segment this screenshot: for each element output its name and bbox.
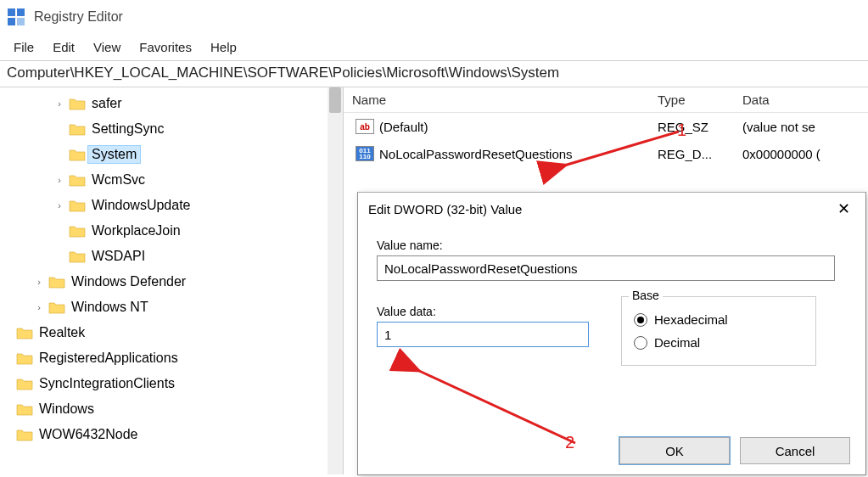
tree-item[interactable]: ›WcmSvc <box>0 167 343 193</box>
window-title: Registry Editor <box>34 9 123 25</box>
folder-icon <box>69 250 86 263</box>
menu-edit[interactable]: Edit <box>44 38 83 56</box>
tree-item[interactable]: ›Windows Defender <box>0 269 343 295</box>
tree-item-label: Windows NT <box>68 299 152 316</box>
tree-item-label: Windows Defender <box>68 273 189 290</box>
value-type: REG_SZ <box>658 120 742 134</box>
tree-item-label: WorkplaceJoin <box>88 222 184 239</box>
col-data[interactable]: Data <box>742 93 868 107</box>
folder-icon <box>69 122 86 136</box>
expand-toggle-icon[interactable]: › <box>32 302 46 312</box>
ok-button[interactable]: OK <box>619 437 730 464</box>
value-name: (Default) <box>379 120 428 134</box>
dialog-title-bar[interactable]: Edit DWORD (32-bit) Value ✕ <box>358 193 865 225</box>
folder-icon <box>69 173 86 187</box>
annotation-2: 2 <box>565 433 574 452</box>
expand-toggle-icon[interactable]: › <box>53 200 66 210</box>
folder-icon <box>48 300 65 314</box>
tree-item[interactable]: WSDAPI <box>0 244 343 269</box>
tree-item-label: RegisteredApplications <box>36 350 182 367</box>
list-row[interactable]: ab(Default)REG_SZ(value not se <box>344 113 868 140</box>
value-name-label: Value name: <box>377 238 847 252</box>
tree-item[interactable]: WorkplaceJoin <box>0 218 343 244</box>
expand-toggle-icon[interactable]: › <box>32 277 46 287</box>
base-legend: Base <box>629 289 663 302</box>
tree-item-label: SyncIntegrationClients <box>36 375 178 392</box>
svg-rect-3 <box>17 18 25 25</box>
close-icon[interactable]: ✕ <box>832 199 855 218</box>
tree-item[interactable]: SettingSync <box>0 116 343 142</box>
menu-view[interactable]: View <box>85 38 129 56</box>
cancel-button[interactable]: Cancel <box>740 437 850 464</box>
tree-item[interactable]: System <box>0 142 343 167</box>
folder-icon <box>16 402 33 416</box>
radio-icon <box>634 313 647 327</box>
tree-item[interactable]: WOW6432Node <box>0 422 343 447</box>
tree-item-label: Windows <box>36 401 98 418</box>
list-header[interactable]: Name Type Data <box>344 87 868 113</box>
svg-rect-2 <box>8 18 15 25</box>
tree-item-label: safer <box>88 95 126 112</box>
menu-file[interactable]: File <box>5 38 42 56</box>
tree-item[interactable]: ›Windows NT <box>0 295 343 320</box>
tree-item[interactable]: ›WindowsUpdate <box>0 193 343 218</box>
value-type-icon: ab <box>356 119 374 134</box>
menu-bar: File Edit View Favorites Help <box>0 34 868 61</box>
tree-item-label: WSDAPI <box>88 248 148 265</box>
value-name-input[interactable] <box>377 255 835 281</box>
annotation-1: 1 <box>677 121 686 140</box>
value-type-icon: 011110 <box>356 146 374 161</box>
value-name: NoLocalPasswordResetQuestions <box>379 147 573 161</box>
svg-rect-1 <box>17 8 25 16</box>
menu-favorites[interactable]: Favorites <box>131 38 200 56</box>
tree-item-label: Realtek <box>36 324 88 341</box>
tree-item-label: WindowsUpdate <box>88 197 194 214</box>
tree-item[interactable]: Realtek <box>0 320 343 345</box>
tree-item[interactable]: RegisteredApplications <box>0 345 343 371</box>
expand-toggle-icon[interactable]: › <box>53 175 66 185</box>
value-type: REG_D... <box>658 147 742 161</box>
base-fieldset: Base Hexadecimal Decimal <box>621 296 816 366</box>
folder-icon <box>16 428 33 441</box>
app-icon <box>7 8 25 26</box>
folder-icon <box>16 351 33 365</box>
folder-icon <box>69 97 86 110</box>
tree-scrollbar[interactable] <box>328 87 343 474</box>
folder-icon <box>16 377 33 390</box>
value-data: (value not se <box>742 120 868 134</box>
tree-item-label: SettingSync <box>88 121 167 137</box>
tree-item-label: System <box>88 146 140 163</box>
col-type[interactable]: Type <box>658 93 742 107</box>
dialog-title: Edit DWORD (32-bit) Value <box>368 202 522 216</box>
radio-icon <box>634 336 647 350</box>
folder-icon <box>69 199 86 212</box>
tree-item[interactable]: ›safer <box>0 91 343 116</box>
folder-icon <box>16 326 33 340</box>
col-name[interactable]: Name <box>344 93 658 107</box>
tree-item[interactable]: Windows <box>0 396 343 422</box>
folder-icon <box>69 148 86 161</box>
radio-decimal[interactable]: Decimal <box>634 335 804 350</box>
tree-item[interactable]: SyncIntegrationClients <box>0 371 343 396</box>
address-bar[interactable]: Computer\HKEY_LOCAL_MACHINE\SOFTWARE\Pol… <box>0 61 868 87</box>
menu-help[interactable]: Help <box>202 38 245 56</box>
value-data-input[interactable] <box>377 322 589 347</box>
value-data: 0x00000000 ( <box>742 147 868 161</box>
title-bar: Registry Editor <box>0 0 868 34</box>
edit-dword-dialog: Edit DWORD (32-bit) Value ✕ Value name: … <box>357 192 866 475</box>
folder-icon <box>69 224 86 238</box>
radio-hexadecimal[interactable]: Hexadecimal <box>634 312 804 327</box>
folder-icon <box>48 275 65 289</box>
tree-item-label: WcmSvc <box>88 171 148 188</box>
tree-item-label: WOW6432Node <box>36 426 142 443</box>
tree-pane: ›saferSettingSyncSystem›WcmSvc›WindowsUp… <box>0 87 344 474</box>
value-data-label: Value data: <box>377 305 589 318</box>
list-row[interactable]: 011110NoLocalPasswordResetQuestionsREG_D… <box>344 140 868 167</box>
tree[interactable]: ›saferSettingSyncSystem›WcmSvc›WindowsUp… <box>0 87 343 451</box>
expand-toggle-icon[interactable]: › <box>53 98 66 109</box>
svg-rect-0 <box>8 8 15 16</box>
